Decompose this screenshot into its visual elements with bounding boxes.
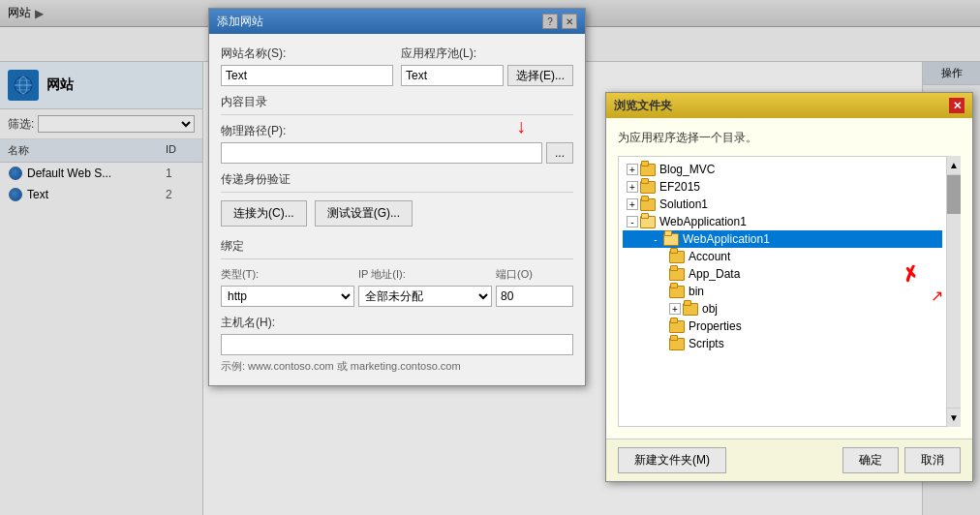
browse-folder-title-bar: 浏览文件夹 ✕ <box>606 93 972 118</box>
browse-cancel-button[interactable]: 取消 <box>904 447 961 473</box>
add-website-dialog: 添加网站 ? ✕ 网站名称(S): 应用程序池(L): 选择(E)... <box>208 8 586 386</box>
content-dir-title: 内容目录 <box>221 94 573 115</box>
browse-folder-close-button[interactable]: ✕ <box>949 98 965 113</box>
folder-item-properties[interactable]: Properties <box>623 318 942 335</box>
type-select[interactable]: http <box>221 286 354 307</box>
app-pool-col: 应用程序池(L): 选择(E)... <box>401 45 573 86</box>
ip-select[interactable]: 全部未分配 <box>358 286 492 307</box>
app-pool-input[interactable] <box>401 65 504 86</box>
folder-icon-ef2015 <box>640 181 656 194</box>
site-name-input[interactable] <box>221 65 393 86</box>
folder-name-blog-mvc: Blog_MVC <box>659 163 715 176</box>
folder-name-account: Account <box>689 250 730 263</box>
example-text: 示例: www.contoso.com 或 marketing.contoso.… <box>221 359 573 374</box>
hostname-row: 主机名(H): <box>221 315 573 355</box>
binding-section: 绑定 类型(T): IP 地址(I): 端口(O) http 全部未分配 <box>221 238 573 374</box>
folder-item-webapp1-parent[interactable]: - WebApplication1 <box>623 213 942 230</box>
port-input[interactable] <box>496 286 573 307</box>
expand-solution1[interactable]: + <box>627 198 638 210</box>
new-folder-button[interactable]: 新建文件夹(M) <box>618 447 726 473</box>
main-window: 网站 ▶ 网站 筛选: 名称 ID <box>0 0 980 515</box>
dialog-body: 网站名称(S): 应用程序池(L): 选择(E)... 内容目录 物理路径(P)… <box>209 34 585 385</box>
folder-item-solution1[interactable]: + Solution1 <box>623 196 942 213</box>
test-settings-button[interactable]: 测试设置(G)... <box>315 200 413 227</box>
auth-row: 连接为(C)... 测试设置(G)... <box>221 200 573 227</box>
hostname-label: 主机名(H): <box>221 315 573 331</box>
folder-name-obj: obj <box>702 302 718 316</box>
folder-icon-scripts <box>669 338 685 350</box>
folder-icon-obj <box>683 303 698 316</box>
folder-item-appdata[interactable]: App_Data <box>623 265 942 283</box>
add-website-title-bar: 添加网站 ? ✕ <box>209 9 585 34</box>
app-pool-select-button[interactable]: 选择(E)... <box>507 65 573 86</box>
folder-item-blog-mvc[interactable]: + Blog_MVC <box>623 161 942 178</box>
folder-icon-blog-mvc <box>640 164 656 176</box>
folder-item-bin[interactable]: bin <box>623 283 942 300</box>
expand-webapp1-parent[interactable]: - <box>627 216 638 227</box>
folder-item-scripts[interactable]: Scripts <box>623 335 942 352</box>
folder-item-ef2015[interactable]: + EF2015 <box>623 178 942 196</box>
auth-title: 传递身份验证 <box>221 171 573 193</box>
browse-folder-dialog: 浏览文件夹 ✕ 为应用程序选择一个目录。 + Blog_MVC + <box>605 92 973 482</box>
folder-name-scripts: Scripts <box>689 337 724 350</box>
folder-name-appdata: App_Data <box>689 267 740 281</box>
hostname-input[interactable] <box>221 334 573 355</box>
browse-ok-button[interactable]: 确定 <box>842 447 899 473</box>
folder-tree[interactable]: + Blog_MVC + EF2015 + Solution1 <box>618 156 947 427</box>
browse-folder-desc: 为应用程序选择一个目录。 <box>618 130 961 146</box>
folder-name-properties: Properties <box>689 319 742 333</box>
folder-item-webapp1-child[interactable]: - WebApplication1 <box>623 230 942 248</box>
folder-name-bin: bin <box>689 285 704 298</box>
browse-footer-right: 确定 取消 <box>842 447 961 473</box>
site-name-col: 网站名称(S): <box>221 45 393 86</box>
folder-item-account[interactable]: Account <box>623 248 942 265</box>
browse-folder-footer: 新建文件夹(M) 确定 取消 <box>606 439 972 481</box>
binding-title: 绑定 <box>221 238 573 259</box>
browse-folder-title: 浏览文件夹 <box>614 98 672 114</box>
binding-inputs: http 全部未分配 <box>221 286 573 307</box>
close-button[interactable]: ✕ <box>562 14 577 29</box>
dialog-title-buttons: ? ✕ <box>542 14 577 29</box>
folder-icon-bin <box>669 286 685 298</box>
physical-path-label: 物理路径(P): <box>221 123 573 139</box>
folder-icon-appdata <box>669 268 685 281</box>
browse-folder-body: 为应用程序选择一个目录。 + Blog_MVC + EF2015 <box>606 118 972 439</box>
folder-name-ef2015: EF2015 <box>659 180 700 194</box>
folder-name-solution1: Solution1 <box>659 197 708 211</box>
expand-webapp1-child[interactable]: - <box>650 233 661 245</box>
connect-as-button[interactable]: 连接为(C)... <box>221 200 307 227</box>
binding-grid: 类型(T): IP 地址(I): 端口(O) <box>221 267 573 282</box>
path-row: ... ↓ <box>221 142 573 164</box>
type-label: 类型(T): <box>221 267 354 282</box>
add-website-title: 添加网站 <box>217 14 263 30</box>
expand-blog-mvc[interactable]: + <box>627 164 638 175</box>
expand-ef2015[interactable]: + <box>627 181 638 193</box>
browse-button[interactable]: ... <box>546 142 573 164</box>
ip-label: IP 地址(I): <box>358 267 492 282</box>
folder-icon-webapp1-child <box>663 233 679 246</box>
port-label: 端口(O) <box>496 267 573 282</box>
folder-item-obj[interactable]: + obj <box>623 300 942 318</box>
site-name-label: 网站名称(S): <box>221 45 393 62</box>
folder-tree-container: + Blog_MVC + EF2015 + Solution1 <box>618 156 961 427</box>
app-pool-label: 应用程序池(L): <box>401 45 573 62</box>
expand-obj[interactable]: + <box>669 303 681 315</box>
physical-path-input[interactable] <box>221 142 542 164</box>
help-button[interactable]: ? <box>542 14 558 29</box>
folder-icon-account <box>669 251 685 263</box>
folder-icon-solution1 <box>640 198 656 211</box>
site-app-row: 网站名称(S): 应用程序池(L): 选择(E)... <box>221 45 573 86</box>
folder-icon-properties <box>669 320 685 333</box>
folder-name-webapp1-child: WebApplication1 <box>683 232 770 246</box>
folder-tree-scrollbar[interactable]: ▲ ▼ <box>947 156 961 427</box>
folder-name-webapp1-parent: WebApplication1 <box>659 215 747 228</box>
folder-icon-webapp1-parent <box>640 216 656 228</box>
